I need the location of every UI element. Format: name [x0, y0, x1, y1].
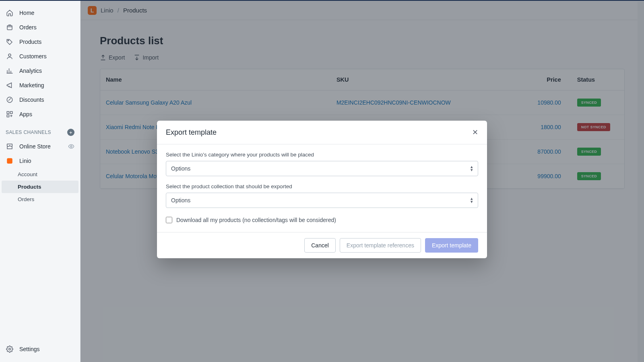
nav-label: Analytics	[19, 68, 42, 74]
nav-label: Products	[19, 39, 41, 45]
chevron-updown-icon: ▴▾	[471, 165, 473, 171]
nav-label: Marketing	[19, 82, 44, 88]
nav-orders[interactable]: Orders	[0, 20, 80, 35]
primary-nav: Home Orders Products Customers Analytics…	[0, 6, 80, 121]
channel-label: Online Store	[19, 143, 51, 150]
products-icon	[6, 38, 14, 46]
section-label: SALES CHANNELS	[6, 130, 51, 135]
orders-icon	[6, 23, 14, 31]
nav-label: Orders	[19, 24, 37, 31]
svg-rect-8	[7, 158, 12, 164]
apps-icon	[6, 110, 14, 118]
nav-apps[interactable]: Apps	[0, 107, 80, 121]
sidebar: Home Orders Products Customers Analytics…	[0, 1, 80, 362]
sub-label: Account	[18, 171, 37, 177]
channel-linio[interactable]: Linio	[0, 154, 80, 168]
store-icon	[6, 142, 14, 150]
channel-label: Linio	[19, 158, 31, 164]
linio-sub-products[interactable]: Products	[2, 181, 78, 193]
svg-point-2	[8, 54, 11, 56]
nav-settings[interactable]: Settings	[0, 342, 80, 356]
export-template-button[interactable]: Export template	[425, 238, 478, 253]
nav-home[interactable]: Home	[0, 6, 80, 20]
customers-icon	[6, 52, 14, 60]
nav-marketing[interactable]: Marketing	[0, 78, 80, 93]
checkbox-label: Download all my products (no collection/…	[176, 217, 336, 223]
nav-label: Settings	[19, 346, 40, 352]
cancel-button[interactable]: Cancel	[304, 238, 336, 253]
export-template-modal: Export template ✕ Select the Linio's cat…	[157, 121, 487, 258]
nav-label: Discounts	[19, 97, 44, 103]
channel-online-store[interactable]: Online Store	[0, 139, 80, 154]
add-channel-button[interactable]: +	[67, 129, 74, 136]
download-all-checkbox[interactable]	[166, 217, 172, 223]
discounts-icon	[6, 96, 14, 104]
home-icon	[6, 9, 14, 17]
linio-sub-orders[interactable]: Orders	[0, 193, 80, 206]
sub-label: Orders	[18, 196, 34, 202]
gear-icon	[6, 345, 14, 353]
category-value: Options	[171, 165, 190, 172]
nav-products[interactable]: Products	[0, 35, 80, 49]
marketing-icon	[6, 81, 14, 89]
svg-point-1	[8, 40, 9, 41]
export-references-button[interactable]: Export template references	[340, 238, 421, 253]
analytics-icon	[6, 67, 14, 75]
nav-analytics[interactable]: Analytics	[0, 64, 80, 78]
nav-discounts[interactable]: Discounts	[0, 93, 80, 107]
svg-rect-5	[10, 111, 12, 113]
category-label: Select the Linio's category where your p…	[166, 152, 478, 158]
sales-channels-header: SALES CHANNELS +	[0, 121, 80, 139]
close-icon: ✕	[472, 128, 478, 136]
collection-label: Select the product collection that shoul…	[166, 183, 478, 189]
svg-rect-0	[7, 26, 12, 30]
nav-label: Home	[19, 10, 34, 16]
svg-point-9	[9, 348, 11, 350]
linio-icon	[6, 157, 14, 165]
modal-close-button[interactable]: ✕	[472, 128, 478, 137]
download-all-checkbox-row[interactable]: Download all my products (no collection/…	[166, 215, 478, 230]
modal-title: Export template	[166, 128, 217, 137]
chevron-updown-icon: ▴▾	[471, 197, 473, 203]
collection-select[interactable]: Options ▴▾	[166, 193, 478, 208]
svg-rect-6	[7, 115, 9, 117]
nav-customers[interactable]: Customers	[0, 49, 80, 64]
sub-label: Products	[18, 184, 41, 190]
svg-rect-4	[7, 111, 9, 113]
linio-sub-account[interactable]: Account	[0, 168, 80, 181]
nav-label: Apps	[19, 111, 32, 117]
svg-point-7	[70, 146, 72, 147]
collection-value: Options	[171, 197, 190, 204]
channels-nav: Online Store Linio Account Products Orde…	[0, 139, 80, 206]
nav-label: Customers	[19, 53, 47, 60]
category-select[interactable]: Options ▴▾	[166, 161, 478, 176]
view-icon[interactable]	[68, 143, 74, 150]
